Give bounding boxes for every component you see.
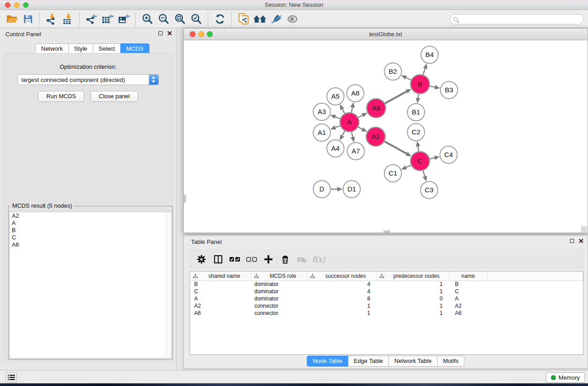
network-graph[interactable]: B4B2BB3A8A5A6A3B1AC2A1A2A4A7C4CC1C3DD1 — [184, 40, 588, 233]
graph-edge-B-B4[interactable] — [423, 68, 425, 75]
function-builder-icon[interactable]: f(x) — [312, 253, 325, 266]
add-column-icon[interactable] — [262, 253, 275, 266]
table-row-a2[interactable]: A2connector11A2 — [190, 303, 583, 310]
delete-column-icon[interactable] — [278, 253, 292, 266]
graph-edge-B-B1[interactable] — [418, 94, 419, 98]
graph-edge-A2-C[interactable] — [384, 142, 406, 154]
run-mcds-button[interactable]: Run MCDS — [38, 91, 84, 102]
graph-node-A[interactable]: A — [340, 113, 359, 132]
export-image-icon[interactable] — [116, 11, 132, 27]
tab-edge-table[interactable]: Edge Table — [348, 356, 389, 367]
resize-grip-icon[interactable] — [581, 226, 587, 232]
zoom-out-icon[interactable] — [156, 11, 172, 27]
graph-edge-C-C4[interactable] — [430, 158, 434, 159]
table-row-a6[interactable]: A6connector11A6 — [190, 310, 583, 317]
maximize-window-icon[interactable] — [23, 2, 29, 8]
graph-node-B2[interactable]: B2 — [384, 63, 402, 80]
import-network-icon[interactable] — [43, 11, 60, 27]
zoom-selected-icon[interactable] — [188, 11, 205, 27]
column-header-successor-nodes[interactable]: successor nodes — [307, 272, 377, 281]
maximize-network-icon[interactable] — [207, 31, 213, 37]
tab-motifs[interactable]: Motifs — [437, 356, 464, 367]
node-table[interactable]: shared nameMCDS rolesuccessor nodesprede… — [190, 271, 583, 355]
graph-node-B3[interactable]: B3 — [440, 81, 458, 99]
select-all-columns-icon[interactable] — [228, 253, 242, 266]
graph-edge-A-A6[interactable] — [358, 115, 362, 118]
graph-edge-C-C2[interactable] — [418, 147, 418, 152]
graph-node-C4[interactable]: C4 — [440, 146, 457, 163]
network-window-titlebar[interactable]: testGlobe.txt — [184, 29, 588, 40]
horizontal-scroll-thumb[interactable] — [383, 230, 390, 233]
graph-node-A5[interactable]: A5 — [327, 88, 344, 105]
graph-edge-A6-B[interactable] — [385, 91, 406, 103]
float-table-panel-icon[interactable] — [570, 239, 574, 243]
graph-edge-A-A5[interactable] — [342, 109, 344, 114]
task-history-button[interactable] — [5, 372, 17, 382]
table-row-c[interactable]: Cdominator41C — [190, 288, 583, 295]
vertical-scroll-thumb[interactable] — [184, 195, 186, 203]
network-canvas[interactable]: B4B2BB3A8A5A6A3B1AC2A1A2A4A7C4CC1C3DD1 — [184, 40, 588, 233]
column-header-MCDS-role[interactable]: MCDS role — [251, 272, 307, 281]
graph-node-B4[interactable]: B4 — [421, 46, 438, 63]
result-item-b[interactable]: B — [10, 227, 171, 234]
open-session-icon[interactable] — [4, 11, 20, 27]
float-panel-icon[interactable] — [158, 31, 163, 35]
graph-edge-B-B3[interactable] — [430, 86, 435, 87]
table-row-b[interactable]: Bdominator41B — [190, 281, 583, 288]
zoom-fit-icon[interactable] — [172, 11, 188, 27]
result-scrollbar[interactable] — [166, 212, 171, 358]
column-header-predecessor-nodes[interactable]: predecessor nodes — [377, 272, 449, 281]
graph-node-C2[interactable]: C2 — [407, 124, 425, 141]
graph-node-A2[interactable]: A2 — [366, 127, 385, 146]
graph-node-D[interactable]: D — [313, 181, 330, 198]
show-columns-icon[interactable] — [211, 253, 225, 266]
result-item-c[interactable]: C — [10, 234, 171, 241]
graph-edge-A-A8[interactable] — [351, 107, 352, 112]
search-input[interactable] — [460, 15, 583, 24]
graph-edge-A-A2[interactable] — [358, 127, 362, 129]
graph-edge-B-B2[interactable] — [406, 78, 411, 80]
criterion-dropdown[interactable]: largest connected component (directed) — [17, 74, 159, 85]
hide-annotations-icon[interactable] — [268, 11, 284, 27]
export-table-icon[interactable] — [100, 11, 116, 27]
graph-node-B[interactable]: B — [411, 75, 430, 94]
graph-node-A6[interactable]: A6 — [367, 99, 386, 118]
zoom-in-icon[interactable] — [139, 11, 156, 27]
new-network-from-selection-icon[interactable] — [235, 11, 252, 27]
export-network-icon[interactable] — [83, 11, 100, 27]
cytoscape-home-icon[interactable] — [252, 11, 268, 27]
graph-node-A4[interactable]: A4 — [327, 140, 344, 157]
clear-table-icon[interactable] — [295, 253, 309, 266]
tab-network-table[interactable]: Network Table — [388, 356, 437, 367]
settings-gear-icon[interactable] — [195, 253, 208, 266]
tab-node-table[interactable]: Node Table — [307, 356, 349, 367]
graph-node-A1[interactable]: A1 — [313, 124, 330, 141]
save-session-icon[interactable] — [20, 11, 36, 27]
graph-node-B1[interactable]: B1 — [407, 104, 425, 121]
close-panel-icon[interactable]: ✕ — [167, 31, 172, 36]
column-header-name[interactable]: name — [449, 272, 488, 281]
refresh-icon[interactable] — [212, 11, 228, 27]
graph-edge-A-A4[interactable] — [342, 131, 345, 135]
deselect-all-columns-icon[interactable] — [245, 253, 258, 266]
graph-node-C[interactable]: C — [411, 152, 430, 171]
graph-node-C1[interactable]: C1 — [384, 165, 402, 182]
graph-node-A3[interactable]: A3 — [313, 103, 330, 120]
graph-edge-C-C1[interactable] — [406, 165, 411, 167]
mcds-result-list[interactable]: A2ABCA6 — [10, 212, 172, 358]
result-item-a6[interactable]: A6 — [10, 241, 171, 248]
minimize-network-icon[interactable] — [198, 31, 204, 37]
result-item-a[interactable]: A — [10, 219, 171, 227]
close-table-panel-icon[interactable]: ✕ — [578, 238, 584, 243]
close-panel-button[interactable]: Close panel — [91, 91, 138, 102]
search-box[interactable] — [449, 14, 584, 24]
graph-edge-A-A3[interactable] — [335, 117, 340, 119]
graph-node-A7[interactable]: A7 — [347, 143, 364, 160]
table-row-a[interactable]: Adominator80A — [190, 295, 583, 303]
close-window-icon[interactable] — [5, 2, 10, 8]
graph-node-A8[interactable]: A8 — [347, 85, 364, 102]
graph-edge-C-C3[interactable] — [423, 171, 425, 176]
minimize-window-icon[interactable] — [14, 2, 19, 8]
memory-button[interactable]: Memory — [546, 372, 585, 383]
close-network-icon[interactable] — [190, 31, 196, 37]
